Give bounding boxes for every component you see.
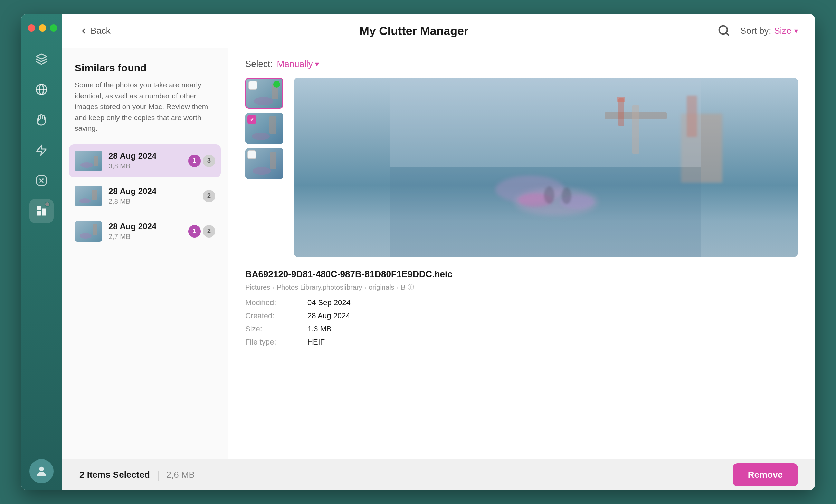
thumbnail-item[interactable]: [245, 113, 283, 144]
svg-point-24: [252, 133, 270, 140]
select-mode-value: Manually: [277, 59, 313, 69]
svg-point-18: [80, 233, 92, 239]
maximize-button[interactable]: [50, 24, 57, 32]
thumbnail-item[interactable]: [245, 148, 283, 179]
group-date: 28 Aug 2024: [108, 222, 182, 231]
svg-rect-26: [270, 152, 276, 169]
sort-control[interactable]: Sort by: Size ▾: [740, 26, 798, 36]
meta-row-filetype: File type: HEIF: [245, 338, 798, 347]
sidebar: [21, 14, 62, 490]
select-label: Select:: [245, 59, 273, 69]
close-button[interactable]: [28, 24, 35, 32]
group-info: 28 Aug 2024 2,8 MB: [108, 186, 197, 205]
group-item[interactable]: 28 Aug 2024 2,8 MB 2: [69, 180, 221, 213]
meta-value-created: 28 Aug 2024: [307, 311, 350, 320]
meta-label-modified: Modified:: [245, 298, 294, 307]
path-segment: originals: [369, 283, 394, 291]
meta-value-size: 1,3 MB: [307, 324, 332, 333]
svg-rect-14: [92, 190, 97, 200]
meta-label-filetype: File type:: [245, 338, 294, 347]
svg-point-21: [254, 97, 273, 105]
sidebar-icon-bolt[interactable]: [29, 138, 54, 162]
group-thumbnail: [75, 221, 102, 242]
thumb-checkbox[interactable]: [247, 115, 256, 124]
minimize-button[interactable]: [39, 24, 46, 32]
chevron-down-icon: ▾: [794, 27, 798, 36]
group-badges: 1 2: [188, 225, 215, 238]
meta-label-size: Size:: [245, 324, 294, 333]
left-panel: Similars found Some of the photos you ta…: [62, 48, 228, 459]
svg-rect-11: [94, 156, 98, 166]
similars-header: Similars found Some of the photos you ta…: [62, 48, 228, 141]
preview-area: [245, 78, 798, 265]
search-button[interactable]: [718, 24, 730, 38]
body-layout: Similars found Some of the photos you ta…: [62, 48, 815, 459]
header: Back My Clutter Manager Sort by: Size ▾: [62, 14, 815, 48]
similars-title: Similars found: [75, 62, 215, 74]
sidebar-icon-hand[interactable]: [29, 108, 54, 132]
sidebar-icon-clutter[interactable]: [29, 199, 54, 223]
back-label: Back: [91, 26, 111, 36]
select-bar: Select: Manually ▾: [245, 59, 798, 69]
select-mode-dropdown[interactable]: Manually ▾: [277, 59, 319, 69]
user-avatar[interactable]: [29, 459, 54, 483]
remove-button[interactable]: Remove: [733, 463, 798, 486]
file-name: BA692120-9D81-480C-987B-81D80F1E9DDC.hei…: [245, 269, 798, 280]
traffic-lights: [21, 24, 57, 32]
path-segment: Photos Library.photoslibrary: [277, 283, 362, 291]
svg-line-9: [726, 32, 729, 35]
svg-rect-31: [632, 105, 639, 154]
badge-selected: 1: [188, 225, 201, 238]
groups-list: 28 Aug 2024 3,8 MB 1 3: [62, 141, 228, 459]
path-info-icon: ⓘ: [408, 283, 414, 291]
thumbnail-item[interactable]: [245, 78, 283, 109]
svg-point-7: [39, 467, 44, 471]
group-date: 28 Aug 2024: [108, 186, 197, 196]
selected-info: 2 Items Selected | 2,6 MB: [79, 469, 733, 481]
group-badges: 1 3: [188, 155, 215, 167]
svg-rect-16: [75, 221, 102, 242]
svg-rect-17: [93, 224, 97, 235]
back-button[interactable]: Back: [79, 26, 111, 36]
badge-total: 3: [203, 155, 215, 167]
group-item[interactable]: 28 Aug 2024 2,7 MB 1 2: [69, 215, 221, 248]
chevron-down-icon: ▾: [315, 60, 319, 69]
meta-row-size: Size: 1,3 MB: [245, 324, 798, 333]
app-title: My Clutter Manager: [111, 24, 718, 38]
svg-rect-6: [37, 206, 41, 210]
sidebar-icon-layers[interactable]: [29, 47, 54, 71]
sidebar-icon-globe[interactable]: [29, 77, 54, 101]
svg-point-15: [79, 198, 91, 203]
sort-by-value: Size: [774, 26, 791, 36]
svg-rect-32: [618, 98, 624, 126]
svg-rect-13: [75, 186, 102, 206]
main-preview-image: [294, 78, 798, 257]
meta-row-created: Created: 28 Aug 2024: [245, 311, 798, 320]
badge-selected: 1: [188, 155, 201, 167]
thumb-checkbox[interactable]: [247, 150, 256, 159]
path-separator: ›: [397, 283, 399, 291]
svg-point-37: [544, 186, 554, 204]
group-item[interactable]: 28 Aug 2024 3,8 MB 1 3: [69, 144, 221, 177]
path-segment: Pictures: [245, 283, 270, 291]
path-separator: ›: [272, 283, 275, 291]
group-size: 2,7 MB: [108, 233, 182, 241]
main-content: Back My Clutter Manager Sort by: Size ▾: [62, 14, 815, 490]
svg-rect-23: [269, 116, 276, 134]
group-info: 28 Aug 2024 3,8 MB: [108, 151, 182, 170]
group-size: 2,8 MB: [108, 197, 197, 205]
svg-rect-5: [42, 209, 46, 216]
meta-value-modified: 04 Sep 2024: [307, 298, 351, 307]
svg-rect-28: [390, 78, 701, 167]
meta-row-modified: Modified: 04 Sep 2024: [245, 298, 798, 307]
path-segment: B: [401, 283, 405, 291]
best-indicator-dot: [273, 81, 280, 88]
svg-rect-33: [617, 97, 625, 102]
thumbnails-strip: [245, 78, 283, 179]
sidebar-icon-xcode[interactable]: [29, 168, 54, 193]
sort-by-label: Sort by:: [740, 26, 771, 36]
svg-point-38: [562, 187, 571, 204]
selected-count: 2 Items Selected: [79, 469, 150, 480]
svg-point-27: [253, 167, 271, 175]
thumb-checkbox[interactable]: [248, 81, 257, 90]
